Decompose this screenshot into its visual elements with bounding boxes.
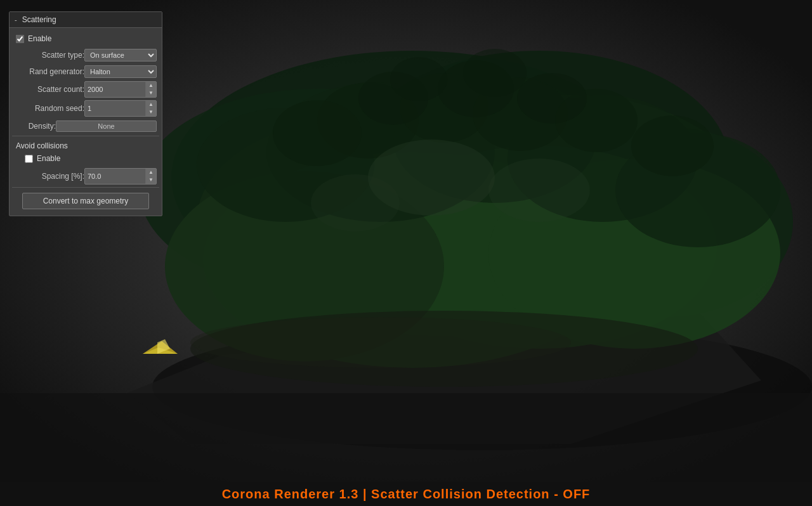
scatter-count-down[interactable]: ▼ bbox=[146, 89, 156, 97]
scattering-panel: - Scattering Enable Scatter type: On sur… bbox=[9, 11, 162, 216]
scatter-count-input-wrapper: ▲ ▼ bbox=[84, 81, 157, 98]
scatter-type-dropdown-wrapper: On surface Volume On spline bbox=[84, 49, 157, 62]
status-text: Corona Renderer 1.3 | Scatter Collision … bbox=[222, 487, 591, 502]
density-label: Density: bbox=[15, 122, 56, 131]
scatter-count-label: Scatter count: bbox=[15, 85, 84, 94]
random-seed-down[interactable]: ▼ bbox=[146, 108, 156, 116]
panel-title: Scattering bbox=[22, 15, 56, 24]
svg-point-27 bbox=[517, 73, 587, 124]
scatter-count-row: Scatter count: ▲ ▼ bbox=[12, 81, 159, 98]
random-seed-input[interactable] bbox=[85, 103, 145, 114]
rand-generator-dropdown-wrapper: Halton Random Grid bbox=[84, 65, 157, 78]
spacing-down[interactable]: ▼ bbox=[146, 176, 156, 184]
svg-point-28 bbox=[390, 57, 447, 101]
svg-point-29 bbox=[463, 49, 527, 97]
divider-2 bbox=[12, 187, 159, 188]
rand-generator-select[interactable]: Halton Random Grid bbox=[84, 65, 157, 78]
rand-generator-label: Rand generator: bbox=[15, 67, 84, 76]
avoid-enable-checkbox[interactable] bbox=[25, 155, 33, 163]
random-seed-row: Random seed: ▲ ▼ bbox=[12, 100, 159, 117]
scatter-count-input[interactable] bbox=[85, 84, 145, 94]
scatter-type-label: Scatter type: bbox=[15, 51, 84, 60]
panel-body: Enable Scatter type: On surface Volume O… bbox=[10, 28, 162, 216]
convert-to-max-geometry-button[interactable]: Convert to max geometry bbox=[22, 193, 149, 209]
svg-point-34 bbox=[190, 317, 571, 368]
enable-label: Enable bbox=[28, 34, 51, 43]
svg-point-31 bbox=[488, 159, 590, 222]
status-bar: Corona Renderer 1.3 | Scatter Collision … bbox=[0, 482, 812, 506]
divider-1 bbox=[12, 136, 159, 136]
random-seed-label: Random seed: bbox=[15, 104, 84, 113]
scatter-count-up[interactable]: ▲ bbox=[146, 82, 156, 89]
spacing-input[interactable] bbox=[85, 171, 145, 181]
density-value: None bbox=[56, 120, 157, 132]
svg-point-23 bbox=[273, 100, 362, 166]
spacing-up[interactable]: ▲ bbox=[146, 169, 156, 176]
random-seed-input-wrapper: ▲ ▼ bbox=[84, 100, 157, 117]
enable-checkbox[interactable] bbox=[16, 35, 24, 43]
scatter-type-select[interactable]: On surface Volume On spline bbox=[84, 49, 157, 62]
spacing-spinners: ▲ ▼ bbox=[145, 169, 156, 184]
svg-point-32 bbox=[311, 174, 400, 231]
panel-collapse-button[interactable]: - bbox=[15, 16, 17, 23]
spacing-input-wrapper: ▲ ▼ bbox=[84, 168, 157, 185]
spacing-row: Spacing [%]: ▲ ▼ bbox=[12, 168, 159, 185]
scatter-count-spinners: ▲ ▼ bbox=[145, 82, 156, 97]
scatter-type-row: Scatter type: On surface Volume On splin… bbox=[12, 48, 159, 62]
spacing-label: Spacing [%]: bbox=[15, 172, 84, 181]
rand-generator-row: Rand generator: Halton Random Grid bbox=[12, 65, 159, 79]
enable-row: Enable bbox=[12, 32, 159, 46]
random-seed-spinners: ▲ ▼ bbox=[145, 101, 156, 116]
svg-point-24 bbox=[631, 115, 714, 176]
avoid-enable-label: Enable bbox=[37, 154, 60, 163]
avoid-enable-row: Enable bbox=[12, 152, 159, 165]
avoid-collisions-header: Avoid collisions bbox=[12, 139, 159, 152]
svg-rect-39 bbox=[0, 393, 812, 482]
density-row: Density: None bbox=[12, 119, 159, 133]
random-seed-up[interactable]: ▲ bbox=[146, 101, 156, 108]
panel-header[interactable]: - Scattering bbox=[10, 12, 162, 28]
